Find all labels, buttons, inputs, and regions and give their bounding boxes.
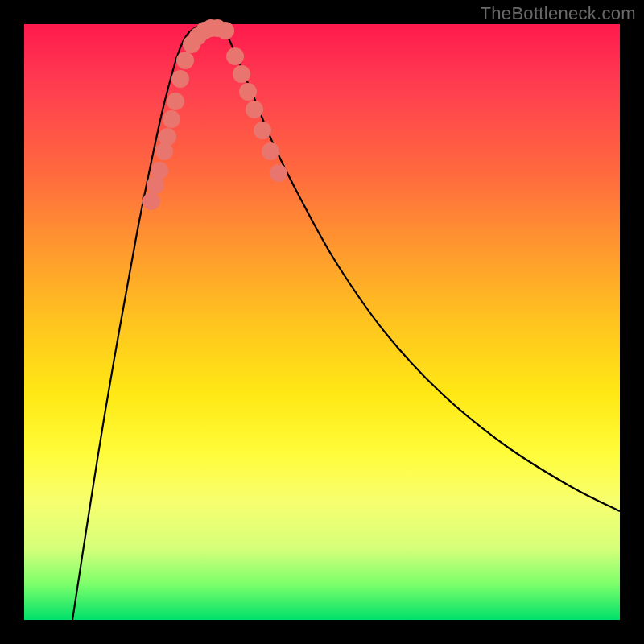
chart-overlay <box>24 24 620 620</box>
data-point <box>217 22 234 39</box>
data-point <box>176 52 194 69</box>
scatter-left <box>142 19 234 210</box>
curve-right <box>221 24 620 511</box>
data-point <box>151 162 168 180</box>
chart-frame: TheBottleneck.com <box>0 0 644 644</box>
data-point <box>270 164 287 182</box>
data-point <box>226 47 244 65</box>
curve-left <box>72 24 201 620</box>
data-point <box>233 65 250 83</box>
data-point <box>246 101 263 118</box>
data-point <box>254 122 271 139</box>
data-point <box>262 142 279 160</box>
data-point <box>171 70 189 88</box>
scatter-right <box>226 47 287 182</box>
data-point <box>159 128 176 146</box>
data-point <box>167 93 184 110</box>
data-point <box>163 110 180 128</box>
watermark-text: TheBottleneck.com <box>481 3 636 24</box>
data-point <box>142 192 160 210</box>
data-point <box>239 83 257 101</box>
